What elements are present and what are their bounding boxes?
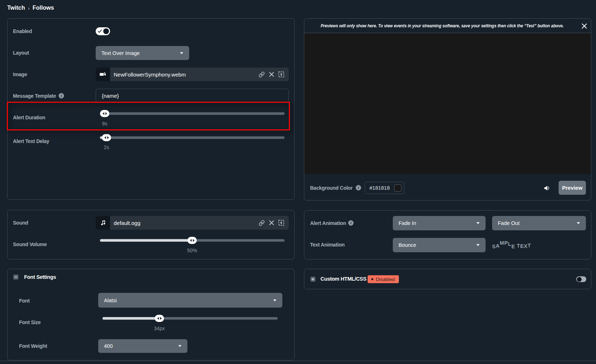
text-animation-dropdown[interactable]: Bounce <box>393 238 486 252</box>
chevron-down-icon <box>178 345 182 347</box>
collapse-icon[interactable] <box>13 275 18 280</box>
clear-icon[interactable] <box>269 220 274 225</box>
check-icon <box>98 29 102 33</box>
layout-dropdown[interactable]: Text Over Image <box>96 46 189 60</box>
alert-duration-slider-handle[interactable] <box>100 110 109 117</box>
alert-text-delay-slider[interactable] <box>100 134 285 141</box>
layout-dropdown-value: Text Over Image <box>101 50 176 56</box>
alert-settings-panel <box>7 18 295 200</box>
preview-notice-bar: Previews will only show here. To view ev… <box>304 19 591 33</box>
sound-volume-slider[interactable] <box>100 236 285 244</box>
status-dot-icon <box>371 278 373 280</box>
font-size-slider[interactable] <box>103 314 278 322</box>
sample-text-preview: SAMPLE TEXT <box>492 241 531 249</box>
fade-out-dropdown[interactable]: Fade Out <box>492 216 586 230</box>
font-weight-label: Font Weight <box>19 342 47 350</box>
breadcrumb-current: Follows <box>32 5 54 11</box>
alert-duration-value: 9s <box>102 121 108 127</box>
sound-volume-value: 50% <box>187 248 197 254</box>
text-animation-dropdown-value: Bounce <box>399 242 473 248</box>
preview-button[interactable]: Preview <box>559 181 586 195</box>
message-template-info-icon[interactable]: i <box>59 93 64 98</box>
video-icon <box>96 68 110 81</box>
font-label: Font <box>19 297 29 304</box>
disabled-status-badge: Disabled <box>368 275 399 283</box>
breadcrumb-root[interactable]: Twitch <box>7 5 25 11</box>
custom-html-title: Custom HTML/CSS <box>320 275 367 282</box>
enabled-label: Enabled <box>13 28 32 35</box>
font-settings-title: Font Settings <box>24 273 56 281</box>
preview-stage <box>304 33 591 174</box>
background-color-info-icon[interactable]: i <box>356 185 361 190</box>
fade-out-dropdown-value: Fade Out <box>498 220 573 226</box>
alert-duration-slider[interactable] <box>100 110 285 117</box>
breadcrumb: Twitch › Follows <box>7 5 54 11</box>
font-dropdown-value: Alatsi <box>104 298 269 303</box>
sound-volume-slider-handle[interactable] <box>187 237 197 244</box>
preview-notice-text: Previews will only show here. To view ev… <box>321 23 564 28</box>
alert-duration-label: Alert Duration <box>13 114 45 121</box>
alert-text-delay-slider-handle[interactable] <box>102 134 111 141</box>
chevron-down-icon <box>476 222 480 224</box>
music-note-icon <box>96 216 110 230</box>
toggle-knob <box>577 277 582 282</box>
sound-field[interactable]: default.ogg <box>96 216 289 230</box>
color-swatch[interactable] <box>394 184 401 192</box>
font-weight-dropdown-value: 400 <box>104 343 174 349</box>
message-template-label: Message Template <box>13 92 56 100</box>
font-size-label: Font Size <box>19 319 41 326</box>
media-position-icon[interactable] <box>278 72 284 77</box>
link-icon[interactable] <box>259 220 265 226</box>
background-color-label: Background Color <box>310 184 352 192</box>
link-icon[interactable] <box>259 72 265 78</box>
alert-animation-info-icon[interactable]: i <box>348 220 354 226</box>
alert-animation-label: Alert Animation <box>310 220 346 227</box>
font-dropdown[interactable]: Alatsi <box>98 293 282 308</box>
sound-label: Sound <box>13 219 28 226</box>
image-label: Image <box>13 71 27 78</box>
custom-html-toggle[interactable] <box>576 276 586 282</box>
speaker-icon[interactable] <box>544 185 550 191</box>
sound-filename: default.ogg <box>114 220 259 226</box>
breadcrumb-separator-icon: › <box>28 5 29 11</box>
background-color-value: #181818 <box>369 185 394 191</box>
media-position-icon[interactable] <box>278 220 284 226</box>
layout-label: Layout <box>13 49 29 56</box>
alert-text-delay-value: 2s <box>104 144 109 151</box>
preview-panel: Previews will only show here. To view ev… <box>304 18 591 201</box>
font-size-value: 34px <box>154 326 165 332</box>
chevron-down-icon <box>180 52 183 54</box>
fade-in-dropdown-value: Fade In <box>399 220 473 226</box>
text-animation-label: Text Animation <box>310 241 345 248</box>
enabled-toggle[interactable] <box>96 27 110 35</box>
close-icon[interactable] <box>582 23 587 29</box>
alert-settings-page: Twitch › Follows Enabled Layout Text Ove… <box>0 0 596 364</box>
sound-volume-label: Sound Volume <box>13 241 47 248</box>
message-template-value: {name} <box>102 93 119 99</box>
font-size-slider-handle[interactable] <box>155 315 164 322</box>
font-weight-dropdown[interactable]: 400 <box>98 339 187 353</box>
chevron-down-icon <box>273 299 277 301</box>
message-template-input[interactable]: {name} <box>96 89 289 103</box>
fade-in-dropdown[interactable]: Fade In <box>393 216 486 230</box>
clear-icon[interactable] <box>269 72 274 77</box>
expand-icon[interactable] <box>310 277 315 282</box>
alert-text-delay-label: Alert Text Delay <box>13 138 49 145</box>
bottom-divider <box>0 361 596 361</box>
chevron-down-icon <box>476 244 480 246</box>
chevron-down-icon <box>577 222 580 224</box>
image-filename: NewFollowerSymphony.webm <box>114 72 259 78</box>
toggle-knob <box>103 28 109 34</box>
image-field[interactable]: NewFollowerSymphony.webm <box>96 68 289 81</box>
background-color-input[interactable]: #181818 <box>365 182 404 194</box>
